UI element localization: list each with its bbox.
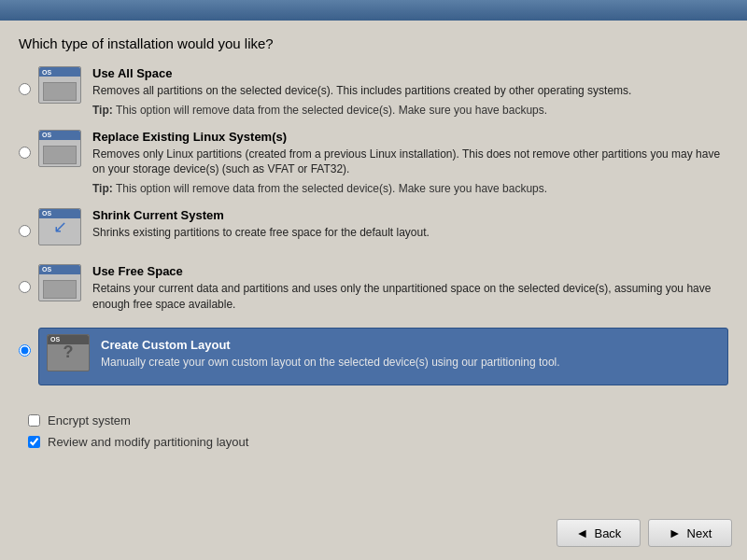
option-title-use-all-space: Use All Space — [92, 66, 728, 80]
icon-use-free-space: OS — [38, 264, 83, 309]
encrypt-system-checkbox[interactable] — [28, 414, 40, 427]
option-title-use-free-space: Use Free Space — [92, 264, 728, 278]
bottom-buttons: ◄ Back ► Next — [557, 519, 732, 547]
option-desc-use-all-space: Removes all partitions on the selected d… — [92, 83, 728, 99]
review-partitioning-label: Review and modify partitioning layout — [48, 435, 248, 449]
radio-replace-linux[interactable] — [19, 147, 31, 159]
next-button[interactable]: ► Next — [648, 519, 732, 547]
option-desc-create-custom: Manually create your own custom layout o… — [101, 355, 720, 371]
icon-create-custom: OS ? — [47, 334, 92, 379]
radio-use-all-space[interactable] — [19, 83, 31, 95]
encrypt-system-label: Encrypt system — [48, 413, 131, 427]
option-tip-use-all-space: Tip: This option will remove data from t… — [92, 103, 728, 119]
radio-create-custom[interactable] — [19, 344, 31, 357]
option-use-free-space[interactable]: OS Use Free Space Retains your current d… — [19, 264, 728, 316]
icon-replace-linux: OS — [38, 130, 83, 175]
option-desc-use-free-space: Retains your current data and partitions… — [92, 281, 728, 313]
back-label: Back — [594, 526, 621, 540]
main-content: Which type of installation would you lik… — [0, 21, 747, 471]
option-tip-replace-linux: Tip: This option will remove data from t… — [92, 181, 728, 197]
radio-shrink-system[interactable] — [19, 225, 31, 237]
option-text-replace-linux: Replace Existing Linux System(s) Removes… — [92, 130, 728, 197]
review-partitioning-row[interactable]: Review and modify partitioning layout — [28, 435, 728, 449]
radio-use-free-space[interactable] — [19, 281, 31, 293]
option-use-all-space[interactable]: OS Use All Space Removes all partitions … — [19, 66, 728, 119]
next-arrow-icon: ► — [669, 525, 682, 540]
back-arrow-icon: ◄ — [576, 525, 589, 540]
back-button[interactable]: ◄ Back — [557, 519, 641, 547]
option-shrink-system[interactable]: OS ↙ Shrink Current System Shrinks exist… — [19, 208, 728, 253]
option-title-create-custom: Create Custom Layout — [101, 338, 720, 352]
option-title-replace-linux: Replace Existing Linux System(s) — [92, 130, 728, 144]
option-title-shrink-system: Shrink Current System — [92, 208, 728, 222]
option-text-use-free-space: Use Free Space Retains your current data… — [92, 264, 728, 316]
review-partitioning-checkbox[interactable] — [28, 436, 40, 448]
option-text-use-all-space: Use All Space Removes all partitions on … — [92, 66, 728, 119]
encrypt-system-row[interactable]: Encrypt system — [28, 413, 728, 427]
option-replace-linux[interactable]: OS Replace Existing Linux System(s) Remo… — [19, 130, 728, 197]
checkboxes-section: Encrypt system Review and modify partiti… — [19, 413, 728, 449]
option-desc-shrink-system: Shrinks existing partitions to create fr… — [92, 225, 728, 241]
option-text-shrink-system: Shrink Current System Shrinks existing p… — [92, 208, 728, 245]
header-bar — [0, 0, 747, 21]
icon-use-all-space: OS — [38, 66, 83, 111]
next-label: Next — [687, 526, 712, 540]
option-create-custom[interactable]: OS ? Create Custom Layout Manually creat… — [19, 328, 728, 385]
option-text-create-custom: Create Custom Layout Manually create you… — [101, 338, 720, 374]
page-question: Which type of installation would you lik… — [19, 35, 728, 51]
icon-shrink-system: OS ↙ — [38, 208, 83, 253]
option-desc-replace-linux: Removes only Linux partitions (created f… — [92, 147, 728, 178]
